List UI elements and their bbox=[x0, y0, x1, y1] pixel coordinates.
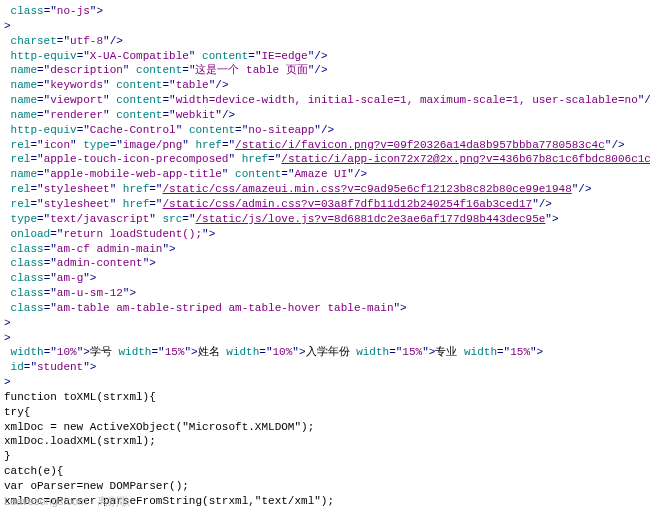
code-line: > bbox=[4, 19, 646, 34]
code-line: class="am-cf admin-main"> bbox=[4, 242, 646, 257]
code-line: type="text/javascript" src="/static/js/l… bbox=[4, 212, 646, 227]
code-line: rel="stylesheet" href="/static/css/amaze… bbox=[4, 182, 646, 197]
code-line: catch(e){ bbox=[4, 464, 646, 479]
code-line: name="renderer" content="webkit"/> bbox=[4, 108, 646, 123]
code-line: } bbox=[4, 449, 646, 464]
code-line: > bbox=[4, 316, 646, 331]
code-line: class="am-u-sm-12"> bbox=[4, 286, 646, 301]
code-line: http-equiv="Cache-Control" content="no-s… bbox=[4, 123, 646, 138]
code-line: rel="apple-touch-icon-precomposed" href=… bbox=[4, 152, 646, 167]
code-viewer: class="no-js">> charset="utf-8"/> http-e… bbox=[4, 4, 646, 509]
code-line: class="no-js"> bbox=[4, 4, 646, 19]
code-line: function toXML(strxml){ bbox=[4, 390, 646, 405]
code-line: try{ bbox=[4, 405, 646, 420]
code-line: class="am-g"> bbox=[4, 271, 646, 286]
code-line: name="viewport" content="width=device-wi… bbox=[4, 93, 646, 108]
watermark: Leavesongs.com - 离别歌 bbox=[4, 494, 130, 509]
code-line: id="student"> bbox=[4, 360, 646, 375]
code-line: xmlDoc.loadXML(strxml); bbox=[4, 434, 646, 449]
code-line: xmlDoc = new ActiveXObject("Microsoft.XM… bbox=[4, 420, 646, 435]
code-line: rel="stylesheet" href="/static/css/admin… bbox=[4, 197, 646, 212]
code-line: var oParser=new DOMParser(); bbox=[4, 479, 646, 494]
code-line: name="keywords" content="table"/> bbox=[4, 78, 646, 93]
code-line: > bbox=[4, 331, 646, 346]
code-line: name="description" content="这是一个 table 页… bbox=[4, 63, 646, 78]
code-line: > bbox=[4, 375, 646, 390]
code-line: class="admin-content"> bbox=[4, 256, 646, 271]
code-line: rel="icon" type="image/png" href="/stati… bbox=[4, 138, 646, 153]
code-line: name="apple-mobile-web-app-title" conten… bbox=[4, 167, 646, 182]
code-line: http-equiv="X-UA-Compatible" content="IE… bbox=[4, 49, 646, 64]
code-line: onload="return loadStudent();"> bbox=[4, 227, 646, 242]
code-line: class="am-table am-table-striped am-tabl… bbox=[4, 301, 646, 316]
code-line: width="10%">学号 width="15%">姓名 width="10%… bbox=[4, 345, 646, 360]
code-line: charset="utf-8"/> bbox=[4, 34, 646, 49]
